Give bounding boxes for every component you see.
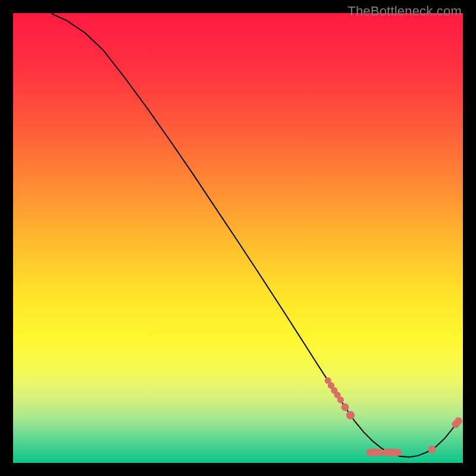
gradient-background — [13, 13, 463, 463]
data-point — [455, 417, 462, 425]
data-point — [346, 411, 355, 419]
plot-area — [13, 13, 463, 463]
watermark-text: TheBottleneck.com — [347, 4, 462, 19]
data-point — [337, 397, 344, 403]
data-point — [428, 446, 436, 453]
data-point — [375, 449, 383, 456]
chart-svg — [13, 13, 463, 463]
data-point — [394, 449, 402, 456]
chart-container: TheBottleneck.com — [0, 0, 476, 476]
data-point — [342, 403, 349, 411]
